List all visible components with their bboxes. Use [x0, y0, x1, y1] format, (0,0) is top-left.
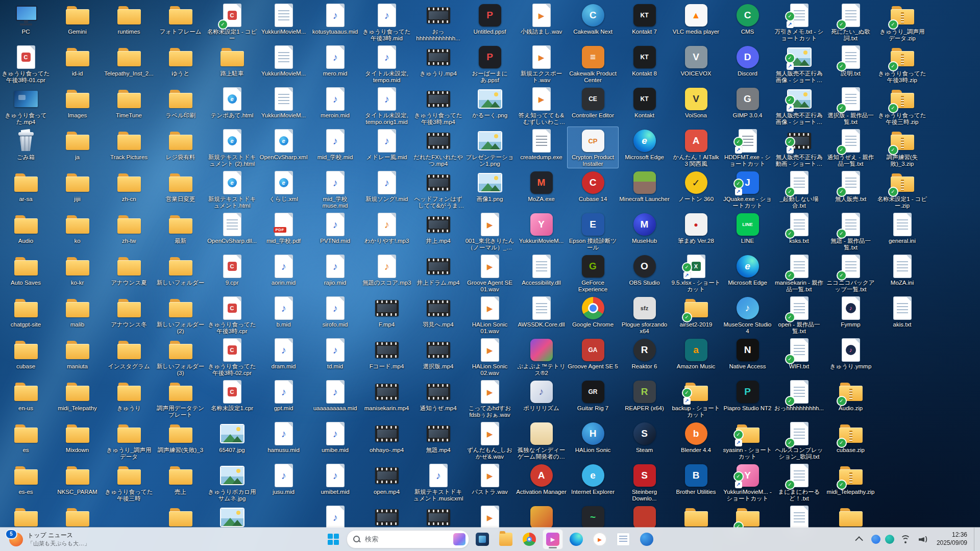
desktop-icon[interactable]: ↗✓無人販売不正行為動画 - ショートカット: [773, 127, 825, 168]
desktop-icon[interactable]: en-us: [0, 378, 52, 419]
desktop-icon[interactable]: 選択版.mp4: [412, 336, 464, 378]
hidden-icons-button[interactable]: [853, 529, 867, 549]
desktop-icon[interactable]: 新しいフォルダー: [155, 252, 206, 294]
desktop-icon[interactable]: Y↗✓YukkuriMovieM... - ショートカット: [722, 461, 773, 503]
desktop-icon[interactable]: 調声練習(失敗)_3: [155, 419, 206, 461]
desktop-icon[interactable]: Minecraft Launcher: [619, 168, 670, 210]
desktop-icon[interactable]: manisekarin.mp4: [361, 378, 412, 419]
desktop-icon[interactable]: ♪hamusu.mid: [258, 419, 309, 461]
desktop-icon[interactable]: CPCrypton Product Installer: [567, 127, 619, 168]
desktop-icon[interactable]: ♪mid_学校.mid: [309, 127, 361, 168]
desktop-icon[interactable]: ヘッドフォンはずしてて&がうます!.mp4: [412, 168, 464, 210]
desktop-icon[interactable]: Images: [52, 85, 103, 127]
desktop-icon[interactable]: J↗✓JQuake.exe - ショートカット: [722, 168, 773, 210]
desktop-icon[interactable]: ✓無人販売.txt: [825, 168, 876, 210]
desktop-icon[interactable]: aAmazon Music: [670, 336, 722, 378]
desktop-icon[interactable]: ♪新規テキストドキュメント.musicxml: [412, 461, 464, 503]
desktop-icon[interactable]: id-id: [52, 43, 103, 85]
desktop-icon[interactable]: e新規テキストドキュメント.html: [206, 168, 258, 210]
desktop-icon[interactable]: Cきゅうり食ってた午後3時-01.cpr: [0, 43, 52, 85]
desktop-icon[interactable]: きゅうり食ってた午後三時: [103, 461, 155, 503]
start-button[interactable]: [323, 529, 344, 549]
desktop-icon[interactable]: おっhhhhhhhhhhhh...: [412, 1, 464, 43]
network-button[interactable]: [899, 529, 912, 549]
desktop-icon[interactable]: bBlender 4.4: [670, 419, 722, 461]
desktop-icon[interactable]: ごみ箱: [0, 127, 52, 168]
desktop-icon[interactable]: ▶001_東北きりたん（ノーマル）_今じゃ...: [464, 210, 516, 252]
desktop-icon[interactable]: Telepathy_Inst_2...: [103, 43, 155, 85]
search-box[interactable]: 検索: [347, 530, 469, 548]
desktop-icon[interactable]: Fコード.mp4: [361, 336, 412, 378]
desktop-icon[interactable]: ぷよぷよ™テトリス®2: [516, 336, 567, 378]
desktop-icon[interactable]: GGIMP 3.0.4: [722, 85, 773, 127]
desktop-icon[interactable]: BBrother Utilities: [670, 461, 722, 503]
desktop-icon[interactable]: ↗✓backup - ショートカット: [670, 378, 722, 419]
desktop-icon[interactable]: PPiapro Studio NT2: [722, 378, 773, 419]
desktop-icon[interactable]: かるーく.png: [464, 85, 516, 127]
desktop-icon[interactable]: ♪PVTNd.mid: [309, 210, 361, 252]
desktop-icon[interactable]: ♪meroin.mid: [309, 85, 361, 127]
desktop-icon[interactable]: ♪タイトル未設定, tempo.orig1.mid: [361, 85, 412, 127]
desktop-icon[interactable]: ▶新規エクスポート.wav: [516, 43, 567, 85]
desktop-icon[interactable]: YukkuriMovieM...: [258, 1, 309, 43]
desktop-icon[interactable]: ▶小銭詰まし.wav: [516, 1, 567, 43]
desktop-icon[interactable]: 営業日変更: [155, 168, 206, 210]
desktop-icon[interactable]: Aかんたん！AITalk 3 関西風: [670, 127, 722, 168]
desktop-icon[interactable]: ✓cubase.zip: [825, 419, 876, 461]
desktop-icon[interactable]: ✓きゅうり食ってた午後三時.zip: [876, 85, 928, 127]
desktop-icon[interactable]: ✓ヘルスコンプレッション_歌詞.txt: [773, 419, 825, 461]
desktop-icon[interactable]: Google Chrome: [567, 294, 619, 336]
desktop-icon[interactable]: ♪kotusytuaaus.mid: [309, 1, 361, 43]
desktop-icon[interactable]: KTKontakt 7: [619, 1, 670, 43]
desktop-icon[interactable]: ♪メドレー風.mid: [361, 127, 412, 168]
taskbar-app-media-player[interactable]: [590, 529, 610, 549]
desktop-icon[interactable]: 調声用データテンプレート: [155, 378, 206, 419]
desktop-icon[interactable]: ▶パストラ.wav: [464, 461, 516, 503]
desktop-icon[interactable]: cubase: [0, 336, 52, 378]
desktop-icon[interactable]: Track Pictures: [103, 127, 155, 168]
desktop-icon[interactable]: GGeForce Experience: [567, 252, 619, 294]
tray-app-blue-icon[interactable]: [871, 535, 880, 544]
desktop-icon[interactable]: e新規テキストドキュメント (2).html: [206, 127, 258, 168]
desktop-icon[interactable]: ♪無題のスコア.mp3: [361, 252, 412, 294]
desktop-icon[interactable]: ♪b.mid: [258, 294, 309, 336]
desktop-icon[interactable]: MMuseHub: [619, 210, 670, 252]
desktop-icon[interactable]: chatgpt-site: [0, 294, 52, 336]
desktop-icon[interactable]: midi_Telepathy: [52, 378, 103, 419]
desktop-icon[interactable]: ♪td.mid: [309, 336, 361, 378]
desktop-icon[interactable]: ●筆まめ Ver.28: [670, 210, 722, 252]
desktop-icon[interactable]: ▶ずんだもん_しおかぜ&.wav: [464, 419, 516, 461]
desktop-icon[interactable]: ✓open - 親作品一覧.txt: [773, 294, 825, 336]
desktop-icon[interactable]: eくらじ.xml: [258, 168, 309, 210]
desktop-icon[interactable]: ↗✓syasinn - ショートカット: [722, 419, 773, 461]
desktop-icon[interactable]: ♪sirofo.mid: [309, 294, 361, 336]
desktop-icon[interactable]: ar-sa: [0, 168, 52, 210]
taskbar-app-chrome[interactable]: [519, 529, 540, 549]
desktop-icon[interactable]: zh-tw: [103, 210, 155, 252]
desktop-icon[interactable]: GAGroove Agent SE 5: [567, 336, 619, 378]
search-highlight-icon[interactable]: [453, 533, 465, 545]
desktop-icon[interactable]: ▶HALion Sonic 02.wav: [464, 336, 516, 378]
desktop-icon[interactable]: ✓無題 - 親作品一覧.txt: [825, 210, 876, 252]
desktop-icon[interactable]: きゅうり食ってた午後3時.mp4: [412, 85, 464, 127]
desktop-icon[interactable]: malib: [52, 294, 103, 336]
desktop-icon[interactable]: ko: [52, 210, 103, 252]
desktop-icon[interactable]: jijii: [52, 168, 103, 210]
desktop-icon[interactable]: だれたFXいれたやつ.mp4: [412, 127, 464, 168]
desktop-icon[interactable]: 路上駐車: [206, 43, 258, 85]
desktop-icon[interactable]: CCubase 14: [567, 168, 619, 210]
desktop-icon[interactable]: RREAPER (x64): [619, 378, 670, 419]
desktop-icon[interactable]: createdump.exe: [516, 127, 567, 168]
desktop-icon[interactable]: ♪きゅうり.ymmp: [825, 336, 876, 378]
desktop-icon[interactable]: ✓死にたい_ぬ歌詞.txt: [825, 1, 876, 43]
desktop-icon[interactable]: Cきゅうり食ってた午後3時-02.cpr: [206, 336, 258, 378]
desktop-icon[interactable]: ▲VLC media player: [670, 1, 722, 43]
desktop-icon[interactable]: ✓まにまにわーるど！.txt: [773, 461, 825, 503]
desktop-icon[interactable]: C9.cpr: [206, 252, 258, 294]
desktop-icon[interactable]: akis.txt: [876, 294, 928, 336]
desktop-icon[interactable]: AActivation Manager: [516, 461, 567, 503]
desktop-icon[interactable]: DDiscord: [722, 43, 773, 85]
desktop-icon[interactable]: 無題.mp4: [412, 419, 464, 461]
desktop-icon[interactable]: F.mp4: [361, 294, 412, 336]
desktop-icon[interactable]: YukkuriMovieM...: [258, 43, 309, 85]
